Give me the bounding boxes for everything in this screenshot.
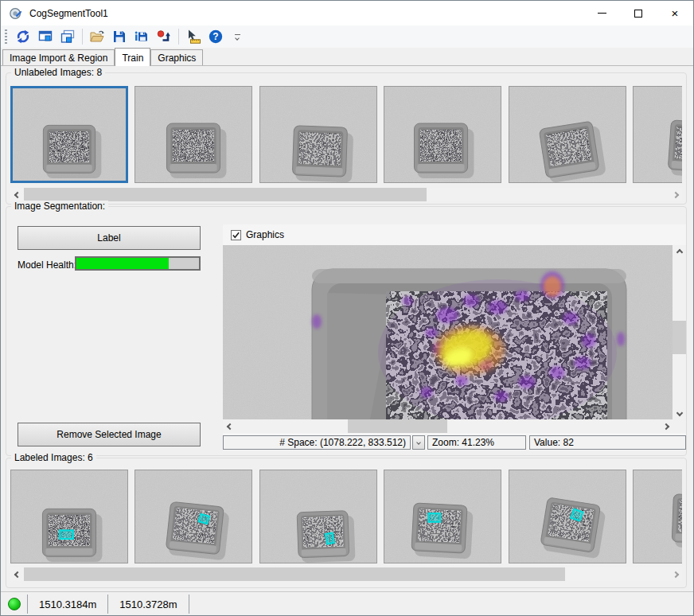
label-region	[199, 514, 209, 524]
record-results-button[interactable]	[154, 27, 174, 46]
image-segmentation-group: Image Segmentation: Label Model Health: …	[6, 206, 687, 456]
value-status-cell: Value: 82	[529, 435, 686, 450]
label-region	[60, 530, 73, 539]
close-button[interactable]: ×	[657, 1, 693, 25]
chevron-down-icon	[235, 36, 240, 41]
maximize-icon	[634, 10, 642, 18]
labeled-scrollbar[interactable]	[10, 567, 682, 581]
zoom-status-cell: Zoom: 41.23%	[427, 435, 526, 450]
labeled-thumbnail-1[interactable]	[10, 470, 128, 563]
overflow-bar-icon	[235, 34, 240, 35]
unlabeled-thumbnail-2[interactable]	[135, 86, 252, 183]
labeled-images-group: Labeled Images: 6	[6, 458, 687, 588]
window-title: CogSegmentTool1	[29, 8, 108, 19]
toolbar: ?	[1, 25, 693, 48]
image-display-control: Graphics	[223, 224, 686, 450]
save-button[interactable]	[109, 27, 130, 46]
scroll-right-arrow[interactable]	[669, 567, 682, 581]
labeled-thumbnail-2[interactable]	[135, 470, 252, 563]
unlabeled-thumbnail-5[interactable]	[509, 86, 626, 183]
toolbar-overflow-button[interactable]	[232, 28, 243, 45]
scroll-left-arrow[interactable]	[10, 567, 24, 581]
open-file-icon	[89, 29, 105, 45]
help-icon: ?	[208, 29, 224, 45]
tab-image-import-region[interactable]: Image Import & Region	[2, 49, 115, 65]
open-file-button[interactable]	[87, 27, 107, 46]
scroll-left-arrow[interactable]	[223, 419, 236, 433]
unlabeled-thumbnail-3[interactable]	[259, 86, 377, 183]
scroll-right-arrow[interactable]	[659, 419, 673, 433]
tabstrip: Image Import & Region Train Graphics	[1, 48, 693, 66]
labeled-thumbnail-6[interactable]	[633, 470, 682, 563]
minimize-button[interactable]	[583, 1, 620, 25]
titlebar: CogSegmentTool1 ×	[1, 1, 693, 25]
statusbar-metric-1: 1510.3184m	[28, 598, 107, 610]
statusbar-metric-2: 1510.3728m	[108, 598, 188, 610]
run-button[interactable]	[13, 27, 33, 46]
record-results-icon	[156, 29, 172, 45]
display-status-row: # Space: (1078.222, 833.512) Zoom: 41.23…	[223, 435, 686, 450]
save-image-icon	[134, 29, 150, 45]
scrollbar-thumb[interactable]	[673, 321, 686, 354]
label-button[interactable]: Label	[18, 226, 201, 250]
scrollbar-thumb[interactable]	[24, 567, 565, 581]
check-icon	[232, 231, 240, 240]
graphics-checkbox-wrap[interactable]: Graphics	[231, 229, 284, 240]
pointer-ruler-button[interactable]	[183, 27, 204, 46]
space-status-cell: # Space: (1078.222, 833.512)	[223, 435, 411, 450]
display-header: Graphics	[223, 224, 686, 245]
unlabeled-thumbnail-4[interactable]	[384, 86, 501, 183]
scroll-up-arrow[interactable]	[673, 245, 686, 259]
tab-train[interactable]: Train	[115, 48, 150, 66]
windows-layered-icon	[60, 29, 76, 45]
svg-text:?: ?	[212, 31, 218, 42]
labeled-thumbnail-5[interactable]	[509, 470, 626, 563]
toolbar-separator	[82, 29, 83, 45]
tab-graphics[interactable]: Graphics	[150, 49, 203, 65]
scroll-right-arrow[interactable]	[669, 188, 682, 201]
toolbar-separator	[178, 29, 179, 45]
unlabeled-images-group: Unlabeled Images: 8	[6, 72, 687, 205]
bottom-statusbar: 1510.3184m 1510.3728m	[1, 591, 693, 616]
model-health-fill	[76, 258, 169, 269]
display-horizontal-scrollbar[interactable]	[223, 419, 673, 433]
pointer-ruler-icon	[185, 29, 201, 45]
unlabeled-thumbnail-1[interactable]	[10, 86, 128, 183]
toolbar-grip[interactable]	[5, 29, 7, 44]
scroll-left-arrow[interactable]	[10, 188, 24, 201]
scroll-down-arrow[interactable]	[673, 406, 686, 419]
unlabeled-thumbnail-6[interactable]	[633, 86, 682, 183]
remove-selected-image-button[interactable]: Remove Selected Image	[18, 423, 201, 446]
status-indicator-green	[8, 598, 21, 610]
help-button[interactable]: ?	[205, 27, 226, 46]
save-image-button[interactable]	[131, 27, 152, 46]
label-region	[571, 509, 583, 521]
labeled-thumbnail-4[interactable]	[384, 470, 501, 563]
model-health-progressbar	[75, 256, 201, 271]
close-icon: ×	[672, 7, 679, 19]
run-icon	[15, 29, 31, 45]
graphics-checkbox[interactable]	[231, 230, 241, 240]
labeled-thumbnail-3[interactable]	[259, 470, 377, 563]
image-segmentation-title: Image Segmentation:	[11, 201, 108, 212]
display-vertical-scrollbar[interactable]	[673, 245, 686, 419]
segmentation-image-viewport[interactable]	[223, 245, 673, 419]
tool-window-button[interactable]	[35, 27, 56, 46]
minimize-icon	[598, 13, 606, 14]
space-dropdown-button[interactable]	[412, 435, 425, 450]
windows-layered-button[interactable]	[57, 27, 78, 46]
graphics-checkbox-label: Graphics	[246, 229, 284, 240]
statusbar-separator	[189, 595, 189, 614]
labeled-images-title: Labeled Images: 6	[11, 452, 96, 463]
unlabeled-scrollbar[interactable]	[10, 188, 682, 201]
orange-overlay-blob	[544, 276, 561, 297]
maximize-button[interactable]	[620, 1, 657, 25]
scrollbar-thumb[interactable]	[24, 188, 427, 201]
save-icon	[111, 29, 127, 45]
model-health-label: Model Health:	[18, 259, 76, 271]
label-region	[429, 513, 441, 522]
train-tab-page: Unlabeled Images: 8	[1, 66, 693, 591]
scrollbar-thumb[interactable]	[348, 419, 447, 433]
unlabeled-thumbnail-strip	[10, 86, 682, 185]
labeled-thumbnail-strip	[10, 470, 682, 565]
